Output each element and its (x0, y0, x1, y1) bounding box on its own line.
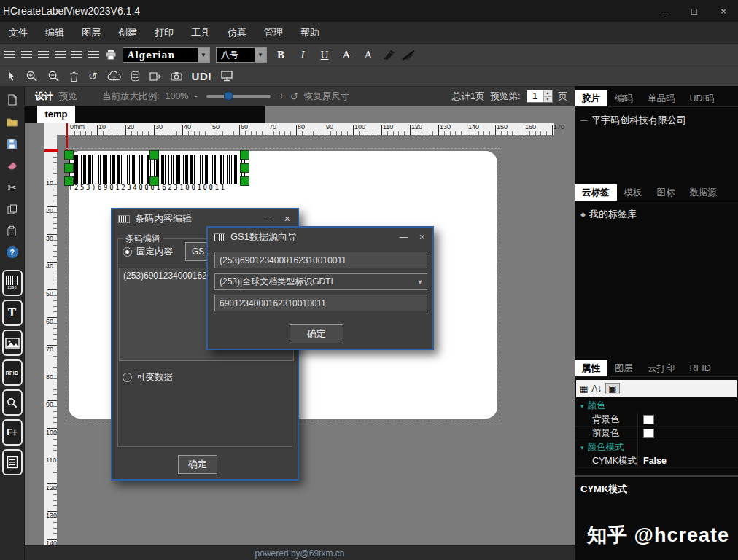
tab-layers[interactable]: 图层 (607, 360, 640, 376)
text-tool[interactable]: T (2, 300, 23, 326)
selection-handle[interactable] (64, 150, 74, 160)
database-icon[interactable] (131, 71, 140, 82)
menu-item[interactable]: 帮助 (292, 22, 328, 44)
selection-handle[interactable] (240, 163, 249, 173)
font-size-select[interactable]: 八号 ▼ (216, 47, 267, 63)
gs1-type-select[interactable]: (253)|全球文档类型标识GDTI ▼ (214, 273, 427, 290)
tab-cloud-print[interactable]: 云打印 (640, 360, 683, 376)
property-group-color-mode[interactable]: ▾ 颜色模式 (575, 440, 738, 454)
find-tool[interactable] (2, 389, 23, 416)
zoom-minus-button[interactable]: - (194, 91, 197, 101)
dialog-minimize-button[interactable]: — (260, 214, 278, 224)
page-number-field[interactable] (527, 90, 543, 102)
tab-preview[interactable]: 预览 (59, 90, 77, 103)
categorized-view-icon[interactable]: ▦ (580, 384, 588, 393)
tab-icon[interactable]: 图标 (650, 184, 683, 201)
delete-icon[interactable] (69, 71, 79, 82)
menu-item[interactable]: 图层 (73, 22, 109, 44)
document-tab-temp[interactable]: temp (37, 106, 75, 122)
eraser-icon[interactable] (5, 159, 20, 172)
selection-handle[interactable] (240, 150, 249, 160)
strikethrough-button[interactable]: A (338, 49, 354, 61)
tree-item-company[interactable]: 平宇码创科技有限公司 (580, 114, 732, 127)
dialog-titlebar[interactable]: GS1数据源向导 — × (208, 228, 432, 246)
background-color-swatch[interactable] (643, 415, 654, 424)
selection-handle[interactable] (149, 176, 159, 186)
tab-design[interactable]: 设计 (35, 90, 53, 103)
image-properties-icon[interactable]: ▣ (605, 383, 619, 394)
tab-udi-code[interactable]: UDI码 (683, 90, 722, 106)
zoom-slider[interactable] (206, 95, 271, 98)
selection-handle[interactable] (64, 163, 74, 173)
copy-icon[interactable] (5, 203, 20, 216)
foreground-color-swatch[interactable] (643, 429, 654, 438)
numbered-list-icon[interactable] (55, 51, 66, 59)
bullet-list-icon[interactable] (38, 51, 49, 59)
tab-single-item-code[interactable]: 单品码 (640, 90, 683, 106)
tab-properties[interactable]: 属性 (575, 360, 607, 376)
gs1-full-value-input[interactable] (214, 252, 427, 268)
export-icon[interactable] (149, 71, 161, 82)
menu-item[interactable]: 打印 (146, 22, 182, 44)
property-group-color[interactable]: ▾ 颜色 (575, 399, 738, 413)
cloud-upload-icon[interactable] (107, 71, 121, 82)
dialog-minimize-button[interactable]: — (395, 232, 413, 242)
save-icon[interactable] (5, 137, 20, 150)
tab-cloud-label[interactable]: 云标签 (575, 184, 617, 201)
align-center-icon[interactable] (21, 51, 32, 59)
image-tool[interactable] (2, 330, 23, 356)
udi-tool-button[interactable]: UDI (192, 70, 211, 82)
close-button[interactable]: × (709, 0, 738, 22)
camera-scan-icon[interactable] (171, 71, 182, 81)
rfid-tool[interactable]: RFID (2, 359, 23, 386)
document-tool[interactable] (2, 449, 23, 475)
print-icon[interactable] (105, 50, 117, 61)
minimize-button[interactable]: — (650, 0, 680, 22)
select-tool-icon[interactable] (6, 71, 16, 82)
menu-item[interactable]: 创建 (109, 22, 146, 44)
variable-data-radio[interactable]: 可变数据 (123, 371, 173, 384)
font-color-button[interactable]: A (360, 49, 376, 61)
zoom-slider-thumb[interactable] (224, 91, 233, 101)
open-folder-icon[interactable] (5, 115, 20, 128)
zoom-in-icon[interactable] (26, 70, 38, 82)
tree-item-label-library[interactable]: ◆ 我的标签库 (580, 208, 732, 221)
paste-icon[interactable] (5, 225, 20, 238)
restore-size-button[interactable]: 恢复原尺寸 (304, 90, 350, 103)
clear-format-icon[interactable] (401, 50, 416, 61)
spin-down-icon[interactable]: ▼ (543, 96, 552, 103)
tab-template[interactable]: 模板 (617, 184, 650, 201)
align-distribute-icon[interactable] (88, 51, 99, 59)
font-family-select[interactable]: Algerian ▼ (123, 47, 210, 63)
tab-datasource[interactable]: 数据源 (683, 184, 725, 201)
selection-handle[interactable] (149, 150, 159, 160)
maximize-button[interactable]: □ (680, 0, 709, 22)
alphabetical-sort-icon[interactable]: A↓ (591, 384, 602, 393)
monitor-icon[interactable] (221, 71, 234, 82)
tab-code[interactable]: 编码 (607, 90, 640, 106)
tab-rfid[interactable]: RFID (683, 360, 718, 376)
property-row-foreground-color[interactable]: 前景色 (575, 427, 738, 440)
align-left-icon[interactable] (4, 51, 15, 59)
menu-item[interactable]: 仿真 (219, 22, 255, 44)
format-painter-icon[interactable] (382, 50, 395, 61)
align-justify-icon[interactable] (71, 51, 82, 59)
barcode-tool[interactable]: 1390 (2, 270, 23, 296)
undo-icon[interactable]: ↺ (88, 71, 98, 82)
underline-button[interactable]: U (316, 49, 333, 61)
menu-item[interactable]: 工具 (182, 22, 219, 44)
fixed-content-radio[interactable]: 固定内容 (123, 246, 173, 258)
ok-button[interactable]: 确定 (178, 455, 217, 474)
tab-film[interactable]: 胶片 (575, 90, 607, 106)
dialog-close-button[interactable]: × (283, 213, 292, 225)
dialog-close-button[interactable]: × (418, 231, 427, 243)
bold-button[interactable]: B (273, 49, 289, 61)
menu-item[interactable]: 编辑 (36, 22, 73, 44)
selection-handle[interactable] (64, 176, 74, 186)
menu-item[interactable]: 管理 (255, 22, 292, 44)
menu-item[interactable]: 文件 (0, 22, 36, 44)
property-row-cymk-mode[interactable]: CYMK模式 False (575, 454, 738, 468)
gs1-data-value-input[interactable] (214, 295, 427, 311)
zoom-plus-button[interactable]: + (279, 91, 284, 101)
new-file-icon[interactable] (5, 93, 20, 106)
